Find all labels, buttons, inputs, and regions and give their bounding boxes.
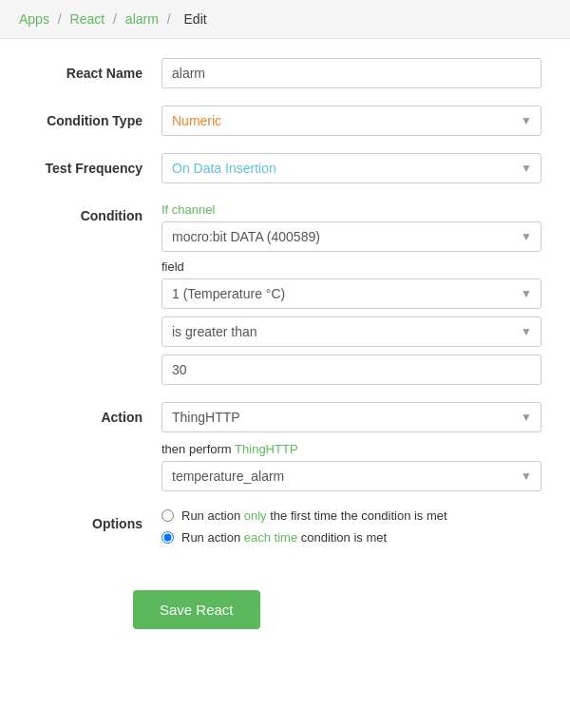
operator-select-wrapper: is greater than is less than is equal to…: [162, 316, 542, 347]
action-content: ThingHTTP IFTTT Tweet ▼ then perform Thi…: [162, 402, 542, 491]
save-row: Save React: [0, 581, 570, 639]
action-select-wrapper: ThingHTTP IFTTT Tweet ▼: [162, 402, 542, 432]
condition-type-row: Condition Type Numeric String Boolean ▼: [28, 105, 542, 136]
radio-first-label[interactable]: Run action only the first time the condi…: [181, 508, 447, 523]
radio-first-input[interactable]: [162, 509, 174, 522]
condition-type-select[interactable]: Numeric String Boolean: [162, 105, 542, 136]
threshold-input[interactable]: [162, 354, 542, 385]
breadcrumb-alarm[interactable]: alarm: [125, 11, 159, 27]
test-frequency-row: Test Frequency On Data Insertion On Sche…: [28, 153, 542, 183]
test-frequency-select-wrapper: On Data Insertion On Schedule ▼: [162, 153, 542, 183]
radio-each-input[interactable]: [162, 531, 174, 544]
condition-type-content: Numeric String Boolean ▼: [162, 105, 542, 136]
breadcrumb-sep-2: /: [113, 11, 117, 27]
condition-type-label: Condition Type: [28, 105, 162, 128]
options-label: Options: [28, 508, 162, 531]
test-frequency-content: On Data Insertion On Schedule ▼: [162, 153, 542, 183]
breadcrumb-react[interactable]: React: [70, 11, 105, 27]
radio-first-only-text: only: [244, 508, 267, 523]
radio-first-option: Run action only the first time the condi…: [162, 508, 542, 523]
operator-select[interactable]: is greater than is less than is equal to: [162, 316, 542, 347]
options-content: Run action only the first time the condi…: [162, 508, 542, 545]
then-perform-label: then perform ThingHTTP: [162, 442, 542, 456]
field-select-wrapper: 1 (Temperature °C) 2 3 ▼: [162, 278, 542, 309]
channel-select[interactable]: mocro:bit DATA (400589): [162, 221, 542, 252]
options-group: Run action only the first time the condi…: [162, 508, 542, 545]
if-channel-label: If channel: [162, 202, 542, 217]
form-container: React Name Condition Type Numeric String…: [0, 39, 570, 581]
threshold-spacer: [162, 354, 542, 385]
condition-content: If channel mocro:bit DATA (400589) ▼ fie…: [162, 201, 542, 385]
options-row: Options Run action only the first time t…: [28, 508, 542, 545]
then-perform-text: then perform: [162, 442, 235, 456]
thinghhttp-select-wrapper: temperature_alarm ▼: [162, 461, 542, 491]
radio-each-label[interactable]: Run action each time condition is met: [181, 530, 387, 545]
radio-each-option: Run action each time condition is met: [162, 530, 542, 545]
field-label: field: [162, 259, 542, 274]
action-row: Action ThingHTTP IFTTT Tweet ▼ then perf…: [28, 402, 542, 491]
radio-each-time-text: each time: [244, 530, 297, 545]
then-perform-name: ThingHTTP: [235, 442, 297, 456]
breadcrumb-sep-1: /: [58, 11, 62, 27]
react-name-label: React Name: [28, 58, 162, 81]
action-label: Action: [28, 402, 162, 425]
condition-row: Condition If channel mocro:bit DATA (400…: [28, 201, 542, 385]
condition-label: Condition: [28, 201, 162, 223]
test-frequency-label: Test Frequency: [28, 153, 162, 176]
react-name-content: [162, 58, 542, 88]
action-select[interactable]: ThingHTTP IFTTT Tweet: [162, 402, 542, 432]
breadcrumb-edit: Edit: [184, 11, 207, 27]
save-react-button[interactable]: Save React: [133, 590, 260, 629]
react-name-input[interactable]: [162, 58, 542, 88]
test-frequency-select[interactable]: On Data Insertion On Schedule: [162, 153, 542, 183]
field-select[interactable]: 1 (Temperature °C) 2 3: [162, 278, 542, 309]
breadcrumb-apps[interactable]: Apps: [19, 11, 49, 27]
channel-select-wrapper: mocro:bit DATA (400589) ▼: [162, 221, 542, 252]
operator-wrapper-spacer: is greater than is less than is equal to…: [162, 316, 542, 347]
breadcrumb: Apps / React / alarm / Edit: [0, 0, 570, 39]
condition-type-select-wrapper: Numeric String Boolean ▼: [162, 105, 542, 136]
react-name-row: React Name: [28, 58, 542, 88]
thinghhttp-select[interactable]: temperature_alarm: [162, 461, 542, 491]
breadcrumb-sep-3: /: [167, 11, 171, 27]
